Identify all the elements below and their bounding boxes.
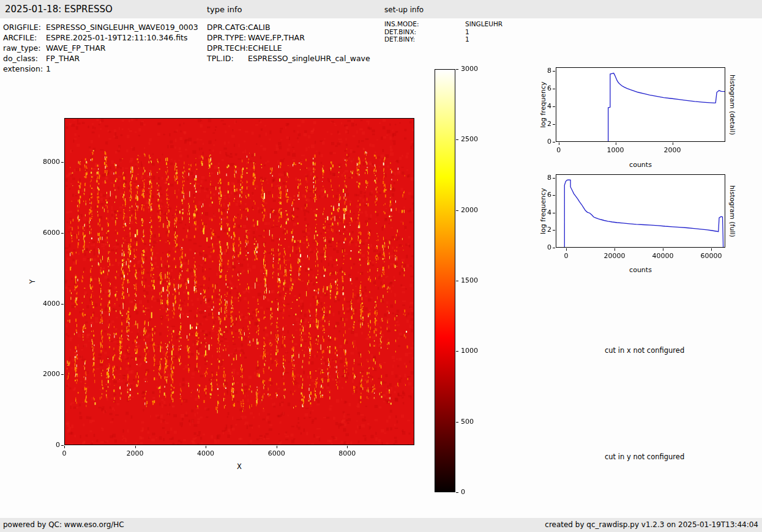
field-value: WAVE_FP_THAR bbox=[46, 43, 105, 53]
tick-mark bbox=[553, 124, 555, 125]
tick-mark bbox=[64, 446, 65, 448]
field-label: do_class: bbox=[3, 53, 46, 64]
tick-label: 6000 bbox=[261, 449, 292, 458]
tick-mark bbox=[559, 142, 559, 145]
field-row-det-biny: DET.BINY: 1 bbox=[384, 35, 502, 43]
tick-mark bbox=[553, 195, 555, 196]
tick-mark bbox=[456, 210, 458, 211]
tick-mark bbox=[553, 248, 555, 248]
cut-x-note: cut in x not configured bbox=[605, 346, 684, 355]
field-value: ECHELLE bbox=[248, 43, 282, 53]
tick-mark bbox=[553, 71, 555, 72]
type-info-block: DPR.CATG: CALIB DPR.TYPE: WAVE,FP,THAR D… bbox=[207, 22, 370, 64]
tick-label: 4000 bbox=[190, 449, 221, 458]
tick-label: 60000 bbox=[696, 252, 727, 260]
field-label: DPR.TECH: bbox=[207, 43, 248, 53]
setup-info-block: INS.MODE: SINGLEUHR DET.BINX: 1 DET.BINY… bbox=[384, 20, 502, 43]
histogram-full-line-chart bbox=[556, 175, 725, 247]
tick-mark bbox=[277, 446, 277, 448]
tick-label: 2000 bbox=[657, 146, 688, 155]
field-label: DET.BINX: bbox=[384, 28, 465, 36]
field-value: 1 bbox=[46, 64, 51, 74]
tick-mark bbox=[553, 106, 555, 107]
field-value: 1 bbox=[465, 35, 469, 43]
field-label: DET.BINY: bbox=[384, 35, 465, 43]
field-label: INS.MODE: bbox=[384, 20, 465, 28]
histogram-detail-title: histogram (detail) bbox=[728, 67, 737, 142]
tick-label: 500 bbox=[461, 418, 488, 426]
tick-mark bbox=[456, 492, 458, 493]
counts-label-full: counts bbox=[556, 266, 725, 274]
field-label: raw_type: bbox=[3, 43, 46, 53]
tick-label: 8000 bbox=[332, 449, 362, 458]
log-frequency-label-detail: log frequency bbox=[539, 67, 548, 142]
tick-mark bbox=[616, 142, 616, 145]
field-row-dpr-type: DPR.TYPE: WAVE,FP,THAR bbox=[207, 32, 370, 43]
tick-label: 1000 bbox=[461, 347, 488, 355]
log-frequency-label-full: log frequency bbox=[539, 174, 548, 248]
field-value: ESPRE.2025-01-19T12:11:10.346.fits bbox=[46, 32, 187, 43]
footer-credit: powered by QC: www.eso.org/HC bbox=[3, 518, 124, 532]
tick-mark bbox=[673, 142, 673, 145]
tick-mark bbox=[347, 446, 348, 448]
tick-mark bbox=[61, 374, 64, 375]
field-row-do-class: do_class: FP_THAR bbox=[3, 53, 198, 64]
detector-image bbox=[65, 119, 414, 445]
tick-mark bbox=[61, 445, 64, 446]
tick-label: 40000 bbox=[648, 252, 678, 260]
histogram-detail-line-chart bbox=[556, 68, 725, 141]
tick-label: 1500 bbox=[461, 276, 488, 285]
tick-mark bbox=[663, 248, 663, 251]
footer-created-by: created by qc_rawdisp.py v1.2.3 on 2025-… bbox=[545, 518, 758, 532]
field-value: SINGLEUHR bbox=[465, 20, 502, 28]
tick-mark bbox=[553, 213, 555, 213]
field-row-tpl-id: TPL.ID: ESPRESSO_singleUHR_cal_wave bbox=[207, 53, 370, 64]
section-title-setup-info: set-up info bbox=[384, 6, 424, 14]
tick-label: 2000 bbox=[461, 206, 488, 215]
field-row-dpr-tech: DPR.TECH: ECHELLE bbox=[207, 43, 370, 53]
tick-label: 2000 bbox=[120, 449, 151, 458]
field-row-raw-type: raw_type: WAVE_FP_THAR bbox=[3, 43, 198, 53]
tick-mark bbox=[711, 248, 712, 251]
field-label: DPR.CATG: bbox=[207, 22, 248, 32]
tick-label: 2500 bbox=[461, 135, 488, 144]
tick-label: 3000 bbox=[461, 65, 488, 73]
field-label: extension: bbox=[3, 64, 46, 74]
tick-mark bbox=[61, 304, 64, 305]
tick-label: 0 bbox=[49, 449, 80, 458]
field-value: ESPRESSO_SINGLEUHR_WAVE019_0003 bbox=[46, 22, 198, 32]
field-label: ORIGFILE: bbox=[3, 22, 46, 32]
field-row-dpr-catg: DPR.CATG: CALIB bbox=[207, 22, 370, 32]
footer-bar: powered by QC: www.eso.org/HC created by… bbox=[0, 518, 762, 532]
field-row-det-binx: DET.BINX: 1 bbox=[384, 28, 502, 36]
field-row-arcfile: ARCFILE: ESPRE.2025-01-19T12:11:10.346.f… bbox=[3, 32, 198, 43]
field-value: 1 bbox=[465, 28, 469, 36]
field-value: WAVE,FP,THAR bbox=[248, 32, 305, 43]
tick-mark bbox=[135, 446, 136, 448]
header-bar: 2025-01-18: ESPRESSO type info set-up in… bbox=[0, 0, 762, 18]
tick-mark bbox=[614, 248, 615, 251]
tick-mark bbox=[456, 69, 458, 70]
raw-frame-plot bbox=[64, 118, 414, 445]
tick-mark bbox=[456, 139, 458, 140]
field-label: DPR.TYPE: bbox=[207, 32, 248, 43]
counts-label-detail: counts bbox=[556, 161, 725, 169]
section-title-type-info: type info bbox=[207, 5, 242, 14]
tick-label: 0 bbox=[551, 252, 581, 260]
y-axis-label: Y bbox=[28, 118, 37, 445]
tick-mark bbox=[61, 162, 64, 163]
histogram-line bbox=[608, 73, 725, 141]
tick-label: 0 bbox=[543, 146, 574, 155]
histogram-full-plot bbox=[556, 174, 725, 248]
tick-mark bbox=[553, 178, 555, 179]
page-title: 2025-01-18: ESPRESSO bbox=[5, 4, 113, 15]
field-value: FP_THAR bbox=[46, 53, 80, 64]
field-label: ARCFILE: bbox=[3, 32, 46, 43]
field-value: ESPRESSO_singleUHR_cal_wave bbox=[248, 53, 370, 64]
x-axis-label: X bbox=[64, 462, 414, 471]
field-row-ins-mode: INS.MODE: SINGLEUHR bbox=[384, 20, 502, 28]
field-row-extension: extension: 1 bbox=[3, 64, 198, 74]
tick-mark bbox=[553, 89, 555, 89]
histogram-full-title: histogram (full) bbox=[728, 174, 737, 248]
field-row-origfile: ORIGFILE: ESPRESSO_SINGLEUHR_WAVE019_000… bbox=[3, 22, 198, 32]
